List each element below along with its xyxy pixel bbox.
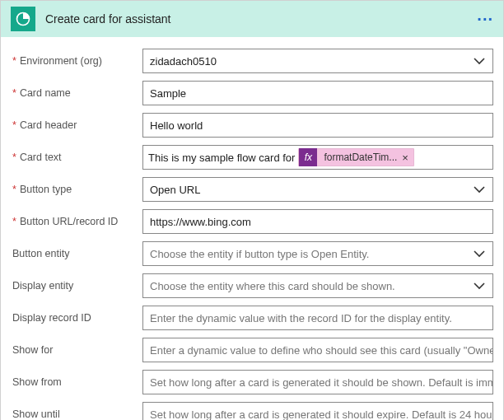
- display-record-id-input[interactable]: Enter the dynamic value with the record …: [142, 306, 493, 330]
- label-display-record-id: Display record ID: [11, 312, 142, 324]
- label-show-for: Show for: [11, 344, 142, 356]
- show-until-input[interactable]: Set how long after a card is generated i…: [142, 402, 493, 420]
- label-display-entity: Display entity: [11, 280, 142, 292]
- row-environment: * Environment (org) zidadach0510: [11, 49, 493, 73]
- card-text-input[interactable]: This is my sample flow card for fx forma…: [142, 145, 493, 170]
- show-from-input[interactable]: Set how long after a card is generated i…: [142, 370, 493, 394]
- row-display-entity: Display entity Choose the entity where t…: [11, 273, 493, 298]
- row-display-record-id: Display record ID Enter the dynamic valu…: [11, 306, 493, 330]
- card-text-value: This is my sample flow card for: [148, 152, 295, 164]
- required-mark: *: [12, 216, 16, 227]
- expression-token[interactable]: fx formatDateTim... ×: [298, 148, 414, 166]
- label-environment: * Environment (org): [11, 55, 142, 67]
- label-button-url: * Button URL/record ID: [11, 216, 142, 227]
- row-button-entity: Button entity Choose the entity if butto…: [11, 241, 493, 266]
- button-entity-select[interactable]: Choose the entity if button type is Open…: [142, 241, 493, 266]
- row-show-until: Show until Set how long after a card is …: [11, 402, 493, 420]
- label-card-header: * Card header: [11, 119, 142, 131]
- label-show-until: Show until: [11, 408, 142, 420]
- row-button-type: * Button type Open URL: [11, 177, 493, 202]
- row-button-url: * Button URL/record ID https://www.bing.…: [11, 209, 493, 234]
- connector-icon: [11, 7, 35, 31]
- row-card-name: * Card name Sample: [11, 81, 493, 105]
- chevron-down-icon: [473, 279, 486, 292]
- fx-icon: fx: [299, 148, 317, 166]
- card-header-bar: Create card for assistant ···: [1, 1, 503, 37]
- row-card-text: * Card text This is my sample flow card …: [11, 145, 493, 170]
- show-for-input[interactable]: Enter a dynamic value to define who shou…: [142, 338, 493, 362]
- chevron-down-icon: [473, 247, 486, 260]
- card-name-input[interactable]: Sample: [142, 81, 493, 105]
- token-remove-button[interactable]: ×: [402, 152, 408, 164]
- chevron-down-icon: [473, 183, 486, 196]
- display-entity-select[interactable]: Choose the entity where this card should…: [142, 273, 493, 298]
- required-mark: *: [12, 87, 16, 99]
- required-mark: *: [12, 184, 16, 195]
- row-card-header: * Card header Hello world: [11, 113, 493, 138]
- row-show-from: Show from Set how long after a card is g…: [11, 370, 493, 394]
- label-card-text: * Card text: [11, 152, 142, 163]
- token-label: formatDateTim...: [324, 152, 397, 163]
- required-mark: *: [12, 55, 16, 67]
- required-mark: *: [12, 152, 16, 163]
- required-mark: *: [12, 119, 16, 131]
- chevron-down-icon: [473, 54, 486, 68]
- card-body: * Environment (org) zidadach0510 * Card …: [1, 37, 503, 420]
- label-button-type: * Button type: [11, 184, 142, 195]
- label-button-entity: Button entity: [11, 248, 142, 259]
- button-url-input[interactable]: https://www.bing.com: [142, 209, 493, 234]
- environment-select[interactable]: zidadach0510: [142, 49, 493, 73]
- action-card: Create card for assistant ··· * Environm…: [0, 0, 504, 420]
- card-header-input[interactable]: Hello world: [142, 113, 493, 138]
- button-type-select[interactable]: Open URL: [142, 177, 493, 202]
- label-card-name: * Card name: [11, 87, 142, 99]
- card-title: Create card for assistant: [45, 12, 477, 26]
- card-menu-button[interactable]: ···: [477, 16, 493, 22]
- row-show-for: Show for Enter a dynamic value to define…: [11, 338, 493, 362]
- label-show-from: Show from: [11, 376, 142, 388]
